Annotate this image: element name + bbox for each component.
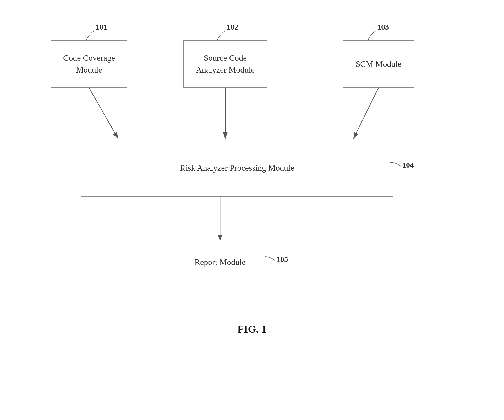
- ref-line-101: [86, 31, 94, 40]
- arrow-101-to-104: [89, 88, 118, 138]
- ref-num-104: 104: [402, 161, 414, 169]
- ref-num-102: 102: [227, 23, 238, 31]
- ref-num-101: 101: [96, 23, 107, 31]
- node-code-coverage: [51, 41, 127, 88]
- node-risk-analyzer-label: Risk Analyzer Processing Module: [180, 163, 294, 173]
- ref-line-102: [217, 31, 225, 40]
- ref-line-103: [368, 31, 376, 40]
- node-scm-label: SCM Module: [355, 59, 401, 69]
- node-code-coverage-label-line1: Code Coverage: [63, 53, 115, 63]
- ref-num-103: 103: [377, 23, 389, 31]
- node-report-label: Report Module: [195, 257, 246, 267]
- figure-label: FIG. 1: [237, 323, 266, 335]
- node-code-coverage-label-line2: Module: [76, 65, 102, 74]
- node-source-code-analyzer: [183, 41, 267, 88]
- node-source-code-label-line1: Source Code: [204, 53, 247, 63]
- arrow-103-to-104: [354, 88, 379, 138]
- ref-num-105: 105: [276, 255, 288, 263]
- node-source-code-label-line2: Analyzer Module: [196, 65, 255, 74]
- diagram-container: Code Coverage Module 101 Source Code Ana…: [0, 0, 504, 420]
